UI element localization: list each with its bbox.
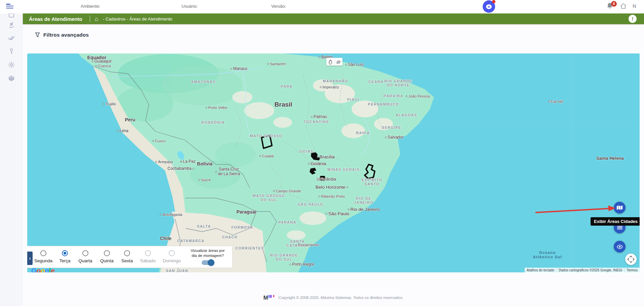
map-label: Cat Hill <box>548 100 563 104</box>
map-label: PARÁ <box>281 84 292 88</box>
versao-label: Versão: <box>271 4 286 9</box>
map-label: MINAS GERAIS <box>327 167 360 171</box>
map-label: Salvador <box>385 135 403 140</box>
map-label: PIAUÍ <box>347 98 359 102</box>
map-label: Rio de Janeiro <box>348 207 379 212</box>
gavel-icon[interactable] <box>8 22 15 28</box>
pan-tool-button[interactable] <box>326 58 334 66</box>
map-label: Cusco <box>152 139 165 143</box>
map-label: SERGIPE <box>382 125 401 129</box>
day-radio-domingo: Domingo <box>158 250 185 263</box>
map-label: PARANÁ <box>278 220 296 224</box>
map-attribution: Atalhos do tecladoDados cartográficos ©2… <box>525 268 640 272</box>
map-label: PERNAMBUCO <box>368 102 399 106</box>
map-label: Porto Alegre <box>289 262 314 267</box>
chat-notification-dot <box>492 0 495 3</box>
home-icon[interactable] <box>620 3 627 9</box>
map-label: Ribeirão Preto <box>319 194 345 199</box>
maxima-logo: M <box>263 295 268 301</box>
map-label: Santarém <box>267 62 286 66</box>
eye-icon <box>617 245 623 249</box>
areas-by-day-toggle[interactable] <box>202 260 214 265</box>
map-label: FORMOSA <box>232 225 253 229</box>
map-label: Peru <box>125 117 135 122</box>
map-label: ESPÍRITO SANTO <box>362 178 383 186</box>
move-arrows-icon <box>627 256 635 263</box>
map-label: Florianópolis <box>295 243 319 247</box>
map-label: MATO GROSSO DO SUL <box>253 194 285 202</box>
polygon-icon <box>336 60 341 64</box>
visibility-button[interactable] <box>614 241 626 253</box>
map-label: Lima <box>117 129 128 133</box>
day-radio-sábado: Sábado <box>134 250 161 263</box>
map-canvas[interactable]: EquadorGuaiaquilCuencaBelémSantarémSão L… <box>27 53 640 272</box>
map-label: CEARÁ <box>368 80 384 84</box>
polygon-tool-button[interactable] <box>334 58 343 66</box>
map-label: Cuiabá <box>259 154 274 158</box>
footer: M Copyright © 2008-2025. Máxima Sistemas… <box>23 295 644 301</box>
sidebar <box>0 13 23 306</box>
map-label: Campo Grande <box>273 189 301 193</box>
map-label: BAHIA <box>356 131 370 135</box>
map-label: RIO GRANDE DO NORTE <box>384 79 412 87</box>
pan-control-button[interactable] <box>625 254 637 265</box>
map-label: Oceano Atlântico Sul <box>533 251 562 259</box>
n-icon[interactable]: N <box>633 3 637 9</box>
map-label: Guaiaquil <box>92 59 112 64</box>
info-button[interactable]: ! <box>629 15 637 23</box>
keyboard-shortcuts-link[interactable]: Atalhos do teclado <box>525 268 556 272</box>
map-icon <box>616 205 623 210</box>
map-label: CHACO <box>222 235 238 239</box>
map-label: La Paz <box>180 159 195 164</box>
list-icon <box>617 226 622 230</box>
map-label: São Luís <box>345 63 364 67</box>
breadcrumb-divider <box>90 15 90 22</box>
map-label: Uberlândia <box>317 177 336 182</box>
map-label: Imperatriz <box>320 85 339 89</box>
map-label: Goiânia <box>308 161 326 166</box>
notifications-button[interactable]: 0 <box>606 2 620 12</box>
tooltip: Exibir Áreas Cidades <box>591 217 640 226</box>
usuario-label: Usuário: <box>182 4 198 9</box>
key-icon[interactable] <box>8 48 15 55</box>
toggle-label-line1: Vizualizar áreas por <box>185 248 231 253</box>
map-label: Cuenca <box>95 64 111 68</box>
cube-icon[interactable] <box>8 75 15 82</box>
top-header: Ambiente: Usuário: Versão: 0 N <box>0 0 644 13</box>
map-label: Paraguai <box>236 209 256 215</box>
map-label: SAN JUAN <box>166 269 188 272</box>
gear-icon[interactable] <box>8 62 15 68</box>
day-filter-panel: ‹ SegundaTerçaQuartaQuintaSextaSábadoDom… <box>27 246 233 268</box>
chat-icon[interactable] <box>483 0 495 13</box>
double-check-icon[interactable] <box>8 35 15 41</box>
map-label: Santa Cruz de La Sierra <box>215 167 240 177</box>
hamburger-menu-icon[interactable] <box>6 4 14 9</box>
filter-funnel-icon <box>35 32 40 38</box>
map-label: AMAZONAS <box>191 80 215 84</box>
breadcrumb-home-icon[interactable]: ⌂ <box>95 16 98 22</box>
advanced-filters-toggle[interactable]: Filtros avançados <box>35 32 89 38</box>
terms-link[interactable]: Termos <box>624 268 640 272</box>
map-label: GOIÁS <box>299 149 314 153</box>
map-label: São Paulo <box>326 211 349 217</box>
map-label: Brasil <box>275 101 292 108</box>
map-label: CORRIENTES <box>236 246 264 250</box>
draw-tools <box>326 58 343 66</box>
clipboard-icon[interactable] <box>8 13 15 17</box>
map-label: Porto Velho <box>206 106 228 110</box>
map-label: Chile <box>160 236 171 241</box>
hand-icon <box>328 59 333 65</box>
map-label: SALTA <box>197 224 211 228</box>
copyright-text: Copyright © 2008-2025. Máxima Sistemas. … <box>279 296 404 300</box>
map-label: CATAMARCA <box>177 239 204 243</box>
show-city-areas-button[interactable] <box>614 202 626 214</box>
map-label: Cochabamba <box>167 166 194 171</box>
map-label: Bolívia <box>197 161 212 166</box>
map-label: Belo Horizonte <box>316 185 348 190</box>
map-label: SÃO PAULO <box>298 202 323 206</box>
map-label: Santa Helena <box>596 156 624 161</box>
breadcrumb-bar: Áreas de Atendimento ⌂ - Cadastros - Áre… <box>23 13 644 24</box>
page-title: Áreas de Atendimento <box>29 16 82 22</box>
map-label: Palmas <box>311 115 327 119</box>
map-label: Trujillo <box>103 102 116 106</box>
